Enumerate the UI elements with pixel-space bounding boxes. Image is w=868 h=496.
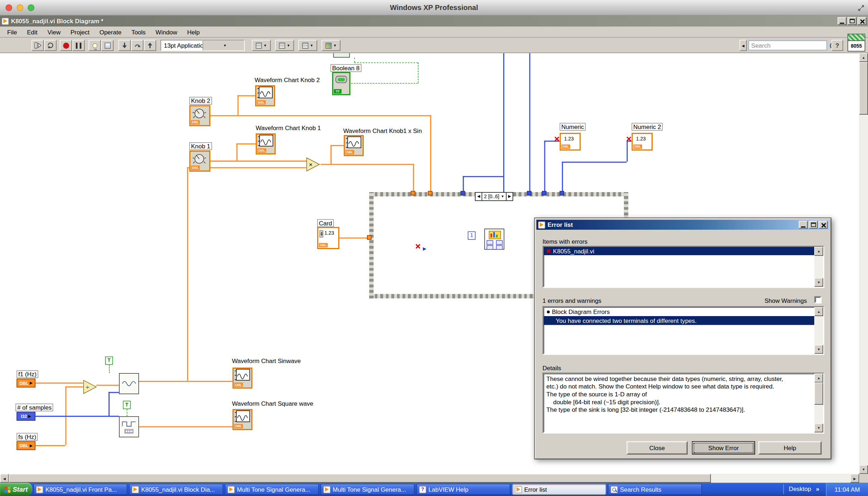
horizontal-scroll-thumb[interactable] bbox=[9, 474, 711, 483]
sequence-tunnel-dbl-1[interactable] bbox=[411, 191, 415, 195]
taskbar-item-error-list[interactable]: Error list bbox=[512, 484, 606, 495]
menu-window[interactable]: Window bbox=[151, 27, 182, 36]
f1-terminal[interactable]: DBL▶ bbox=[16, 379, 35, 388]
vertical-scroll-thumb[interactable] bbox=[859, 62, 868, 115]
step-into-button[interactable] bbox=[119, 40, 131, 51]
run-continuous-button[interactable] bbox=[44, 40, 57, 51]
resize-objects-dropdown[interactable]: ▼ bbox=[299, 40, 318, 51]
error-vi-row[interactable]: K8055_nadjil.vi bbox=[544, 247, 814, 255]
menu-help[interactable]: Help bbox=[182, 27, 205, 36]
scroll-right-button[interactable]: ▶ bbox=[850, 474, 859, 483]
menu-view[interactable]: View bbox=[42, 27, 65, 36]
reorder-objects-dropdown[interactable]: ▼ bbox=[321, 40, 340, 51]
abort-button[interactable] bbox=[60, 40, 72, 51]
taskbar-item-multitone-2[interactable]: Multi Tone Signal Genera... bbox=[320, 484, 415, 495]
labview-titlebar[interactable]: K8055_nadjil.vi Block Diagram * bbox=[0, 15, 868, 27]
desktop-toolbar-label[interactable]: Desktop bbox=[789, 486, 811, 492]
scroll-up-button[interactable]: ▲ bbox=[814, 307, 823, 316]
menu-project[interactable]: Project bbox=[66, 27, 95, 36]
font-selector[interactable]: 13pt Application Font ▼ bbox=[161, 40, 245, 51]
close-button[interactable] bbox=[858, 17, 867, 25]
menu-operate[interactable]: Operate bbox=[95, 27, 127, 36]
num-samples-terminal[interactable]: I32▶ bbox=[16, 412, 35, 421]
dialog-close-button[interactable] bbox=[819, 221, 828, 229]
build-chart-node[interactable] bbox=[485, 229, 505, 250]
context-help-button[interactable]: ? bbox=[831, 40, 843, 51]
close-button[interactable]: Close bbox=[627, 441, 688, 454]
taskbar-item-labview-help[interactable]: ? LabVIEW Help bbox=[416, 484, 511, 495]
broken-wire-x-icon[interactable] bbox=[626, 136, 631, 142]
scroll-left-button[interactable]: ◀ bbox=[0, 474, 9, 483]
numeric2-terminal[interactable]: 1.23 DBL bbox=[631, 133, 653, 151]
align-objects-dropdown[interactable]: ▼ bbox=[252, 40, 271, 51]
dialog-maximize-button[interactable] bbox=[809, 221, 818, 229]
list-scrollbar[interactable]: ▲ ▼ bbox=[814, 307, 823, 354]
wf-chart-knob1-terminal[interactable]: DBL bbox=[256, 133, 276, 154]
help-button[interactable]: Help bbox=[758, 441, 821, 454]
taskbar-item-block-diagram[interactable]: K8055_nadjil.vi Block Dia... bbox=[129, 484, 223, 495]
pause-button[interactable] bbox=[72, 40, 85, 51]
scroll-up-button[interactable]: ▲ bbox=[859, 53, 868, 62]
sequence-tunnel-card[interactable] bbox=[367, 235, 371, 239]
taskbar-item-multitone-1[interactable]: Multi Tone Signal Genera... bbox=[225, 484, 319, 495]
error-message-row[interactable]: You have connected two terminals of diff… bbox=[544, 316, 814, 325]
sine-generator-node[interactable] bbox=[119, 373, 139, 394]
scroll-down-button[interactable]: ▼ bbox=[814, 345, 823, 354]
sequence-next-button[interactable]: ▶ bbox=[506, 193, 513, 201]
broken-wire-x-icon[interactable] bbox=[415, 244, 420, 249]
multiply-node[interactable]: × bbox=[306, 157, 320, 172]
retain-wire-values-button[interactable] bbox=[101, 40, 114, 51]
true-constant-2[interactable]: T bbox=[123, 401, 131, 409]
vi-icon-badge[interactable]: 8055 bbox=[848, 34, 865, 51]
taskbar-clock[interactable]: 11:04 AM bbox=[826, 483, 868, 496]
knob2-terminal[interactable]: DBL bbox=[189, 105, 210, 126]
menu-edit[interactable]: Edit bbox=[22, 27, 42, 36]
sequence-tunnel-i32-2[interactable] bbox=[527, 191, 531, 195]
dialog-minimize-button[interactable] bbox=[799, 221, 808, 229]
square-generator-node[interactable] bbox=[119, 416, 139, 438]
list-scrollbar[interactable]: ▲ ▼ bbox=[814, 247, 823, 287]
chevron-double-right-icon[interactable]: » bbox=[816, 486, 819, 492]
show-warnings-checkbox[interactable] bbox=[814, 296, 821, 303]
menu-file[interactable]: File bbox=[2, 27, 22, 36]
taskbar-item-front-panel[interactable]: K8055_nadjil.vi Front Pa... bbox=[33, 484, 128, 495]
error-list-titlebar[interactable]: Error list bbox=[536, 220, 829, 230]
wf-chart-knob1sin-terminal[interactable]: DBL bbox=[344, 135, 364, 156]
restore-button[interactable] bbox=[848, 17, 857, 25]
run-button[interactable] bbox=[32, 40, 44, 51]
boolean8-terminal[interactable]: TF bbox=[332, 72, 350, 95]
wf-chart-square-terminal[interactable]: DBL bbox=[233, 409, 253, 430]
knob1-terminal[interactable]: DBL bbox=[189, 151, 210, 172]
items-with-errors-list[interactable]: K8055_nadjil.vi ▲ ▼ bbox=[543, 246, 824, 288]
chevron-down-icon[interactable]: ▼ bbox=[202, 40, 244, 51]
sequence-frame-label[interactable]: 2 [0..6]▼ bbox=[482, 193, 506, 201]
sequence-tunnel-i32-3[interactable] bbox=[542, 191, 546, 195]
host-zoom-button[interactable] bbox=[28, 4, 34, 11]
card-terminal[interactable]: 1.23 DBL bbox=[317, 227, 339, 249]
minimize-button[interactable] bbox=[838, 17, 846, 25]
divide-node[interactable]: ÷ bbox=[83, 380, 97, 394]
host-fullscreen-icon[interactable] bbox=[858, 4, 865, 11]
sequence-tunnel-dbl-2[interactable] bbox=[428, 191, 432, 195]
wf-chart-sin-terminal[interactable]: DBL bbox=[233, 368, 253, 389]
numeric-terminal[interactable]: 1.23 DBL bbox=[560, 133, 581, 151]
sequence-tunnel-i32-1[interactable] bbox=[461, 191, 465, 195]
fs-terminal[interactable]: DBL▶ bbox=[16, 441, 35, 450]
details-scroll-thumb[interactable] bbox=[814, 382, 823, 405]
scroll-down-button[interactable]: ▼ bbox=[859, 465, 868, 474]
horizontal-scrollbar[interactable]: ◀ ▶ bbox=[0, 474, 859, 483]
show-error-button[interactable]: Show Error bbox=[692, 441, 755, 454]
sequence-prev-button[interactable]: ◀ bbox=[476, 193, 482, 201]
search-input[interactable] bbox=[749, 42, 830, 49]
error-tree-list[interactable]: Block Diagram Errors You have connected … bbox=[543, 306, 824, 355]
broken-wire-x-icon[interactable] bbox=[554, 136, 559, 142]
collapse-search-button[interactable]: ◀ bbox=[740, 40, 747, 51]
numeric-constant-1[interactable]: 1 bbox=[468, 232, 476, 240]
step-out-button[interactable] bbox=[144, 40, 156, 51]
host-minimize-button[interactable] bbox=[16, 4, 23, 11]
scroll-down-button[interactable]: ▼ bbox=[814, 278, 823, 287]
host-close-button[interactable] bbox=[5, 4, 12, 11]
vertical-scrollbar[interactable]: ▲ ▼ bbox=[859, 53, 868, 474]
scroll-down-button[interactable]: ▼ bbox=[814, 424, 823, 433]
step-over-button[interactable] bbox=[131, 40, 143, 51]
